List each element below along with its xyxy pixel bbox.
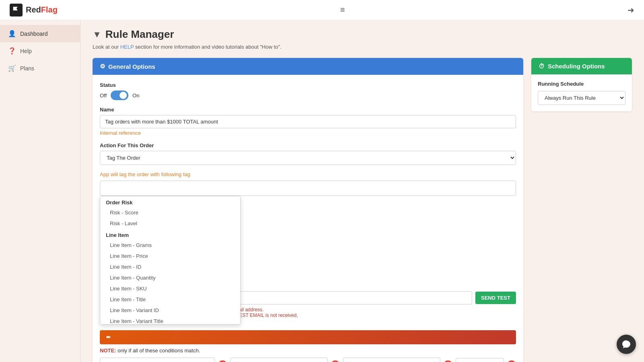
tag-input-group: Order Risk Risk - Score Risk - Lavel Lin… bbox=[100, 181, 516, 196]
page-title: Rule Manager bbox=[105, 28, 174, 41]
schedule-select[interactable]: Always Run This Rule Run Once Daily Week… bbox=[538, 91, 625, 105]
condition-row: Total Price Subtotal Price Order Number … bbox=[100, 358, 516, 362]
value-type-select[interactable]: Custom Value Fixed Value bbox=[343, 358, 440, 362]
name-label: Name bbox=[100, 107, 516, 113]
plans-icon: 🛒 bbox=[8, 64, 16, 72]
group-label-line-item: Line Item bbox=[100, 229, 240, 240]
orange-edit-section[interactable]: ✏ bbox=[100, 330, 516, 344]
action-label: Action For This Order bbox=[100, 142, 516, 148]
content-grid: ⚙ General Options Status Off bbox=[93, 58, 632, 362]
general-options-title: General Options bbox=[108, 63, 155, 70]
general-options-card: ⚙ General Options Status Off bbox=[93, 58, 523, 362]
action-group: Action For This Order Tag The Order Send… bbox=[100, 142, 516, 165]
page-subtitle: Look at our HELP section for more inform… bbox=[93, 44, 632, 50]
content-right: ⏱ Scheduling Options Running Schedule Al… bbox=[531, 58, 632, 362]
dropdown-scroll: Order Risk Risk - Score Risk - Lavel Lin… bbox=[100, 196, 240, 325]
dropdown-menu: Order Risk Risk - Score Risk - Lavel Lin… bbox=[100, 196, 241, 325]
help-link[interactable]: HELP bbox=[120, 44, 134, 50]
tag-notice: App will tag the order with following ta… bbox=[100, 171, 516, 177]
toggle-row: Off On bbox=[100, 90, 516, 100]
logo-text-red: Flag bbox=[41, 5, 58, 14]
conditions-label: NOTE: only if all of these conditions ma… bbox=[100, 348, 516, 354]
value-type-help-icon[interactable]: ? bbox=[444, 360, 452, 362]
dashboard-icon: 👤 bbox=[8, 30, 16, 37]
status-off-label: Off bbox=[100, 93, 107, 99]
menu-icon[interactable]: ≡ bbox=[340, 5, 345, 14]
dropdown-item-risk-score[interactable]: Risk - Score bbox=[100, 207, 240, 218]
operator-select[interactable]: is greater than is less than is equal to… bbox=[230, 358, 328, 362]
logo-text: RedFlag bbox=[26, 5, 58, 14]
internal-ref-link[interactable]: Internal reference bbox=[100, 130, 516, 136]
main-content: ▼ Rule Manager Look at our HELP section … bbox=[80, 20, 644, 362]
chat-icon bbox=[621, 339, 631, 349]
general-options-body: Status Off On bbox=[93, 75, 523, 362]
main-layout: 👤 Dashboard ❓ Help 🛒 Plans ▼ Rule Manage… bbox=[0, 20, 644, 362]
sidebar-label-plans: Plans bbox=[20, 65, 34, 72]
logo-icon bbox=[10, 4, 23, 16]
note-label: NOTE: bbox=[100, 348, 118, 354]
dropdown-item-risk-lavel[interactable]: Risk - Lavel bbox=[100, 218, 240, 229]
app-header: RedFlag ≡ ➜ bbox=[0, 0, 644, 20]
content-left: ⚙ General Options Status Off bbox=[93, 58, 523, 362]
running-schedule-label: Running Schedule bbox=[538, 81, 625, 87]
operator-help-icon[interactable]: ? bbox=[331, 360, 340, 362]
filter-icon: ▼ bbox=[93, 29, 101, 40]
dropdown-item-li-id[interactable]: Line Item - ID bbox=[100, 261, 240, 272]
dropdown-item-li-sku[interactable]: Line Item - SKU bbox=[100, 283, 240, 294]
field-select[interactable]: Total Price Subtotal Price Order Number … bbox=[100, 358, 215, 362]
scheduling-header: ⏱ Scheduling Options bbox=[531, 58, 632, 74]
name-group: Name Internal reference bbox=[100, 107, 516, 136]
logout-icon[interactable]: ➜ bbox=[627, 5, 634, 15]
name-input[interactable] bbox=[100, 115, 516, 128]
value-help-icon[interactable]: ? bbox=[507, 360, 516, 362]
action-select[interactable]: Tag The Order Send Email Notify Slack We… bbox=[100, 151, 516, 165]
dropdown-item-li-grams[interactable]: Line Item - Grams bbox=[100, 240, 240, 251]
scheduling-card: ⏱ Scheduling Options Running Schedule Al… bbox=[531, 58, 632, 111]
edit-icon: ✏ bbox=[106, 334, 111, 340]
toggle-slider bbox=[111, 90, 128, 100]
dropdown-item-li-quantity[interactable]: Line Item - Quantity bbox=[100, 272, 240, 283]
general-options-header: ⚙ General Options bbox=[93, 58, 523, 75]
dropdown-item-li-variant-title[interactable]: Line Item - Variant Title bbox=[100, 316, 240, 325]
sidebar-label-dashboard: Dashboard bbox=[20, 31, 48, 37]
help-icon: ❓ bbox=[8, 47, 16, 55]
send-test-button[interactable]: SEND TEST bbox=[475, 292, 516, 304]
dropdown-item-li-variant-id[interactable]: Line Item - Variant ID bbox=[100, 305, 240, 316]
flag-icon bbox=[12, 6, 21, 14]
logo: RedFlag bbox=[10, 4, 58, 16]
page-title-row: ▼ Rule Manager bbox=[93, 28, 632, 41]
logo-text-black: Red bbox=[26, 5, 41, 14]
tag-input-area[interactable] bbox=[100, 181, 516, 196]
sidebar-item-plans[interactable]: 🛒 Plans bbox=[0, 60, 80, 77]
condition-value-input[interactable] bbox=[456, 358, 504, 362]
dropdown-item-li-price[interactable]: Line Item - Price bbox=[100, 251, 240, 261]
scheduling-body: Running Schedule Always Run This Rule Ru… bbox=[531, 74, 632, 111]
dropdown-item-li-title[interactable]: Line Item - Title bbox=[100, 294, 240, 305]
sidebar-item-dashboard[interactable]: 👤 Dashboard bbox=[0, 25, 80, 42]
status-toggle[interactable] bbox=[111, 90, 128, 100]
chat-bubble[interactable] bbox=[617, 335, 636, 354]
conditions-text: only if all of these conditions match. bbox=[118, 348, 200, 354]
group-label-order-risk: Order Risk bbox=[100, 196, 240, 207]
status-on-label: On bbox=[132, 93, 139, 99]
status-label: Status bbox=[100, 82, 516, 88]
scheduling-title: Scheduling Options bbox=[548, 63, 605, 70]
clock-icon: ⏱ bbox=[539, 63, 545, 70]
sidebar: 👤 Dashboard ❓ Help 🛒 Plans bbox=[0, 20, 80, 362]
gear-icon: ⚙ bbox=[100, 63, 105, 70]
status-group: Status Off On bbox=[100, 82, 516, 100]
field-help-icon[interactable]: ? bbox=[218, 360, 227, 362]
sidebar-item-help[interactable]: ❓ Help bbox=[0, 42, 80, 60]
sidebar-label-help: Help bbox=[20, 48, 32, 54]
